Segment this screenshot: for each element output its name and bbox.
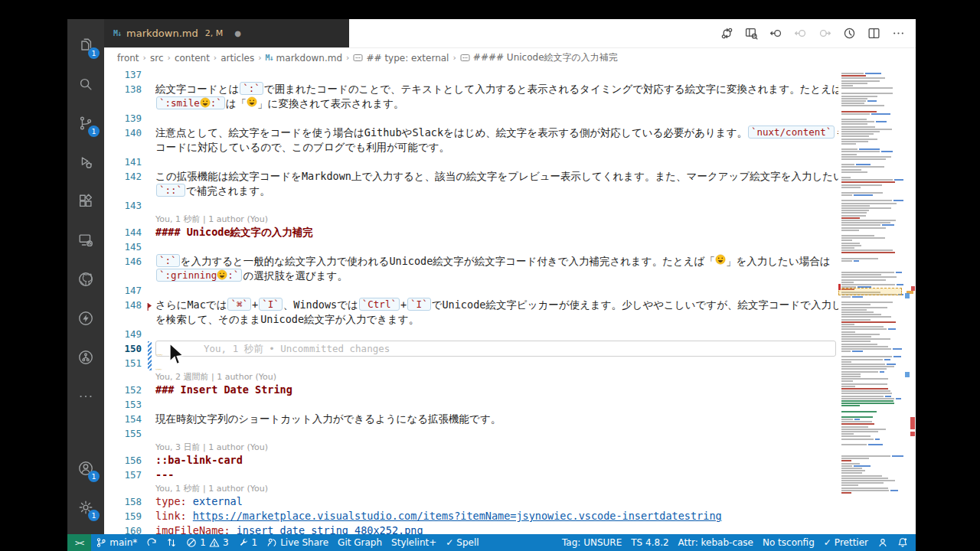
breadcrumb-item[interactable]: ## type: external (353, 53, 449, 64)
activity-extensions-icon[interactable] (67, 181, 104, 220)
link[interactable]: https://marketplace.visualstudio.com/ite… (193, 510, 722, 522)
editor-line[interactable]: 152### Insert Date String (104, 383, 838, 397)
status-stylelint[interactable]: Stylelint+ (387, 534, 441, 551)
previous-change-icon[interactable] (769, 27, 782, 40)
activity-explorer-icon[interactable]: 1 (67, 25, 104, 64)
codelens-blame[interactable]: You, 1 秒前 | 1 author (You) (104, 483, 268, 494)
line-number: 147 (124, 283, 142, 298)
editor-line[interactable]: 154現在時刻文字列のショートカット入力ができるようになる拡張機能です。 (104, 412, 838, 426)
editor-line[interactable]: 137 (104, 67, 838, 82)
editor[interactable]: 137138絵文字コードとは`:`で囲まれたコードのことで、テキストとして入力す… (104, 67, 916, 534)
status-git-graph[interactable]: Git Graph (333, 534, 387, 551)
inline-code: `nuxt/content` (748, 126, 835, 139)
activity-github-icon[interactable] (67, 259, 104, 298)
status-sync[interactable] (142, 534, 162, 551)
codelens-blame[interactable]: You, 3 日前 | 1 author (You) (104, 442, 268, 453)
status-typescript-version[interactable]: TS 4.8.2 (626, 534, 673, 551)
editor-line[interactable]: を検索して、そのままUnicode絵文字が入力できます。 (104, 312, 838, 327)
activity-run-debug-icon[interactable] (67, 142, 104, 181)
editor-line[interactable]: 157--- (104, 468, 838, 482)
open-changes-icon[interactable] (720, 27, 733, 40)
breadcrumb-item[interactable]: M↓markdown.md (266, 53, 342, 64)
previous-change-faded-icon[interactable] (794, 27, 807, 40)
editor-line[interactable]: `::`で補完されます。 (104, 184, 838, 198)
more-actions-icon[interactable] (892, 27, 905, 40)
editor-line[interactable]: 139 (104, 111, 838, 126)
editor-line[interactable]: 149 (104, 327, 838, 341)
activity-settings-icon[interactable]: 1 (67, 487, 104, 527)
breadcrumb-item[interactable]: #### Unicode絵文字の入力補完 (460, 51, 618, 64)
breadcrumb-item[interactable]: front (117, 53, 139, 64)
status-problems[interactable]: 13 (181, 534, 233, 551)
editor-line[interactable]: 147 (104, 283, 838, 298)
activity-search-icon[interactable] (67, 64, 104, 103)
next-change-faded-icon[interactable] (818, 27, 831, 40)
editor-line[interactable]: 160imgFileName: insert_date_string_480x2… (104, 523, 838, 534)
tab-markdown-md[interactable]: M↓ markdown.md 2, M ● (104, 19, 250, 47)
text-run: 、Windowsでは (283, 298, 358, 311)
editor-line[interactable]: 146`:`を入力すると一般的な絵文字入力で使われるUnicode絵文字が絵文字… (104, 254, 838, 269)
editor-line[interactable]: 153 (104, 397, 838, 412)
editor-line[interactable]: 145 (104, 240, 838, 254)
breadcrumb-item[interactable]: src (150, 53, 164, 64)
activity-more-icon[interactable] (67, 377, 104, 416)
editor-line[interactable]: 158type: external (104, 494, 838, 509)
editor-line[interactable]: 159link: https://marketplace.visualstudi… (104, 509, 838, 523)
text-run (230, 524, 237, 534)
text-run: + (400, 298, 407, 311)
breadcrumb-item[interactable]: articles (220, 53, 254, 64)
text-run: は「 (226, 97, 247, 109)
ruler-mark (905, 372, 910, 377)
open-preview-icon[interactable] (745, 27, 758, 40)
editor-line[interactable]: 148さらにMacでは`⌘`+`I`、Windowsでは`Ctrl`+`I`でU… (104, 298, 838, 312)
markdown-token: ::ba-link-card (155, 454, 243, 466)
text-run: でUnicode絵文字ピッカーが使えます。少しややこしいですが、絵文字コードで入… (432, 298, 838, 311)
editor-line[interactable]: 150﹏You, 1 秒前 • Uncommitted changes (104, 341, 838, 356)
modified-dot-icon[interactable]: ● (234, 29, 241, 37)
editor-line[interactable]: `:grinning:`の選択肢を選びます。 (104, 269, 838, 283)
editor-line[interactable]: 142この拡張機能は絵文字コードをMarkdown上で入力すると、該当の絵文字を… (104, 169, 838, 184)
remote-indicator[interactable]: >< (67, 534, 91, 551)
status-prettier[interactable]: ✓Prettier (819, 534, 873, 551)
status-git-branch[interactable]: main* (91, 534, 142, 551)
emoji-icon (200, 97, 211, 108)
status-feedback[interactable] (873, 534, 893, 551)
status-tsconfig[interactable]: No tsconfig (758, 534, 819, 551)
activity-git-graph-circle-icon[interactable] (67, 337, 104, 377)
status-compare-changes[interactable] (162, 534, 181, 551)
editor-line[interactable]: 144#### Unicode絵文字の入力補完 (104, 225, 838, 240)
editor-line[interactable]: 141 (104, 155, 838, 169)
activity-source-control-icon[interactable]: 1 (67, 103, 104, 142)
editor-line[interactable]: 155 (104, 426, 838, 441)
activity-remote-explorer-icon[interactable] (67, 220, 104, 259)
status-live-share[interactable]: Live Share (262, 534, 333, 551)
breadcrumb-separator: › (346, 53, 349, 63)
breadcrumb-item[interactable]: content (175, 53, 210, 64)
minimap[interactable] (838, 67, 903, 534)
status-spell[interactable]: ✓Spell (441, 534, 483, 551)
activity-account-icon[interactable]: 1 (67, 448, 104, 487)
editor-line[interactable]: 151﹏ (104, 356, 838, 370)
editor-line[interactable]: 140注意点として、絵文字をコードを使う場合はGithubやSlackをはじめ、… (104, 126, 838, 140)
yaml-key: imgFileName: (155, 524, 230, 534)
yaml-key: link: (155, 510, 187, 522)
symbol-icon (460, 54, 470, 62)
spell-squiggle: ﹏ (156, 349, 162, 357)
status-attr-case[interactable]: Attr: kebab-case (674, 534, 758, 551)
editor-line[interactable]: `:smile:`は「」に変換されて表示されます。 (104, 96, 838, 111)
editor-line[interactable]: 138絵文字コードとは`:`で囲まれたコードのことで、テキストとして入力すると表… (104, 82, 838, 96)
timeline-icon[interactable] (843, 27, 856, 40)
split-editor-icon[interactable] (867, 27, 880, 40)
overview-ruler[interactable] (903, 67, 916, 534)
yaml-value: external (193, 495, 243, 507)
editor-line[interactable]: 143 (104, 198, 838, 213)
activity-lightning-icon[interactable] (67, 298, 104, 337)
status-tasks[interactable]: 1 (234, 534, 263, 551)
codelens-blame[interactable]: You, 2 週間前 | 1 author (You) (104, 371, 276, 383)
codelens-blame[interactable]: You, 1 秒前 | 1 author (You) (104, 214, 268, 225)
status-tag[interactable]: Tag: UNSURE (557, 534, 626, 551)
editor-line[interactable]: 156::ba-link-card (104, 453, 838, 468)
editor-line[interactable]: コードに対応しているので、このブログでも利用が可能です。 (104, 140, 838, 155)
status-notifications[interactable] (893, 534, 913, 551)
editor-actions (720, 19, 916, 47)
